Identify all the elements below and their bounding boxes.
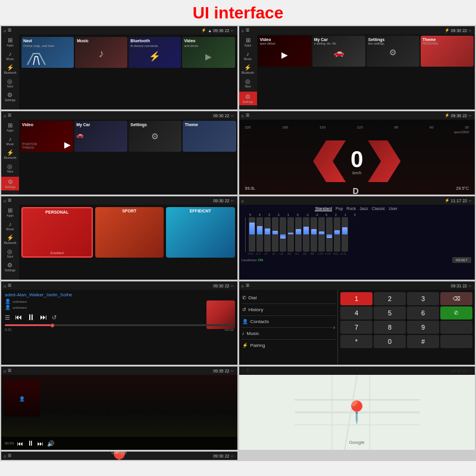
back-icon-3[interactable]: ←	[231, 114, 235, 118]
eq-bar-12[interactable]	[334, 217, 340, 252]
key-6[interactable]: 6	[407, 306, 439, 320]
settings-tile[interactable]: Settings tion settings. ⚙	[367, 36, 419, 67]
sidebar-music[interactable]: ♪ Music	[6, 51, 14, 61]
prev-btn[interactable]: ⏮	[15, 313, 22, 321]
sidebar2-settings[interactable]: ⚙ Settings	[239, 92, 257, 105]
sidebar-bt[interactable]: ⚡ Bluetooth	[4, 64, 16, 74]
eq-bar-3[interactable]	[264, 217, 271, 252]
preset-pop[interactable]: Pop	[336, 206, 343, 211]
settings2-tile[interactable]: Settings ⚙	[129, 121, 181, 152]
sidebar2-bt[interactable]: ⚡ Bluetooth	[242, 64, 254, 74]
mycar-tile[interactable]: My Car e setting, etc. Re 🚗	[312, 36, 365, 67]
phone-music-item[interactable]: ♪ Music	[241, 328, 336, 340]
video-pause-btn[interactable]: ⏸	[27, 439, 34, 447]
video-tile[interactable]: Video and drivin ▶	[182, 37, 234, 68]
sidebar2-apps[interactable]: ⊞ Apps	[245, 37, 251, 47]
home-sp[interactable]: ⌂	[242, 114, 244, 118]
back-theme[interactable]: ←	[231, 199, 235, 203]
theme2-tile[interactable]: Theme	[183, 121, 236, 152]
preset-classic[interactable]: Classic	[372, 206, 386, 211]
eq-bar-6[interactable]	[287, 217, 294, 252]
mycar2-tile[interactable]: My Car 🚗	[74, 121, 127, 152]
pause-btn[interactable]: ⏸	[27, 312, 35, 322]
video-next-btn[interactable]: ⏭	[37, 440, 43, 447]
back-maps[interactable]: ←	[468, 369, 472, 373]
preset-rock[interactable]: Rock	[346, 206, 356, 211]
home-icon-3[interactable]: ⌂	[4, 114, 6, 118]
back-icon-1[interactable]: ←	[231, 29, 235, 33]
sidebar3-apps[interactable]: ⊞Apps	[7, 122, 13, 132]
efficient-theme[interactable]: EFFIEICNT	[166, 207, 235, 258]
next-btn[interactable]: ⏭	[40, 313, 47, 321]
back-phone[interactable]: ←	[468, 284, 472, 288]
home-phone[interactable]: ⌂	[242, 284, 244, 288]
sidebar3-music[interactable]: ♪Music	[6, 136, 14, 146]
video-car-tile[interactable]: Video open defaul ▶	[258, 36, 311, 67]
video-prev-btn[interactable]: ⏮	[17, 440, 23, 447]
video2-tile[interactable]: Video ▶ PHANTOMTHREAD	[20, 121, 73, 152]
sidebar-theme-settings[interactable]: ⚙Settings	[5, 262, 15, 272]
home-maps-dark[interactable]: ⌂	[4, 454, 6, 458]
eq-bar-5[interactable]	[280, 217, 286, 252]
key-hash[interactable]: #	[407, 335, 439, 348]
sidebar-theme-bt[interactable]: ⚡Bluetooth	[4, 234, 16, 245]
pairing-menu-item[interactable]: ⚡ Pairing	[241, 340, 336, 351]
key-5[interactable]: 5	[374, 306, 406, 320]
history-menu-item[interactable]: ↺ History	[241, 304, 336, 316]
eq-bar-9[interactable]	[311, 217, 317, 252]
navi-tile[interactable]: Navi Online map, real time	[21, 37, 74, 68]
sidebar-apps[interactable]: ⊞ Apps	[7, 37, 13, 47]
sidebar-theme-navi[interactable]: ◎Navi	[7, 248, 13, 258]
dial-menu-item[interactable]: ✆ Dial	[241, 292, 336, 304]
contacts-menu-item[interactable]: 👤 Contacts	[241, 316, 336, 328]
back-sp[interactable]: ←	[468, 114, 472, 118]
key-8[interactable]: 8	[374, 321, 406, 334]
sidebar2-music[interactable]: ♪ Music	[244, 51, 252, 61]
eq-bar-11[interactable]	[326, 217, 333, 252]
back-eq[interactable]: ←	[468, 199, 472, 203]
sidebar3-navi[interactable]: ◎Navi	[7, 163, 13, 173]
key-backspace[interactable]: ⌫	[440, 292, 472, 305]
eq-bar-1[interactable]	[249, 217, 255, 252]
home-maps[interactable]: ⌂	[242, 369, 244, 373]
home-theme[interactable]: ⌂	[4, 199, 6, 203]
eq-bar-4[interactable]	[272, 217, 278, 252]
sidebar-theme-music[interactable]: ♪Music	[6, 221, 14, 231]
eq-bar-8[interactable]	[303, 217, 309, 252]
key-7[interactable]: 7	[340, 321, 372, 334]
back-vid[interactable]: ←	[231, 369, 235, 373]
key-0[interactable]: 0	[374, 335, 406, 348]
home-music[interactable]: ⌂	[4, 284, 6, 288]
music-tile[interactable]: Music ♪	[75, 37, 127, 68]
home-icon-2[interactable]: ⌂	[242, 29, 244, 33]
home-eq[interactable]: ⌂	[242, 199, 244, 203]
reset-button[interactable]: RESET	[452, 257, 471, 263]
preset-standard[interactable]: Standard	[315, 206, 331, 211]
personal-theme[interactable]: PERSONAL Enabled	[21, 207, 93, 258]
eq-bar-2[interactable]	[256, 217, 263, 252]
bt-tile[interactable]: Bluetooth th device connecte. ⚡	[129, 37, 181, 68]
eq-bar-7[interactable]	[295, 217, 302, 252]
menu-icon-3[interactable]: ☰	[8, 113, 11, 118]
key-4[interactable]: 4	[340, 306, 372, 320]
home-vid[interactable]: ⌂	[4, 369, 6, 373]
video-volume-icon[interactable]: 🔊	[47, 440, 54, 447]
key-3[interactable]: 3	[407, 292, 439, 305]
menu-icon[interactable]: ☰	[8, 28, 11, 33]
back-music[interactable]: ←	[231, 284, 235, 288]
back-icon-2[interactable]: ←	[468, 29, 472, 33]
key-9[interactable]: 9	[407, 321, 439, 334]
phone-chevron[interactable]: ›	[333, 324, 335, 331]
theme-tile[interactable]: Theme PERSONAL	[421, 36, 474, 67]
sidebar3-bt[interactable]: ⚡Bluetooth	[4, 149, 16, 159]
sidebar2-navi[interactable]: ◎ Navi	[245, 78, 250, 88]
sport-theme[interactable]: SPORT	[95, 207, 164, 258]
sidebar3-settings[interactable]: ⚙Settings	[1, 177, 19, 190]
key-2[interactable]: 2	[374, 292, 406, 305]
home-icon[interactable]: ⌂	[4, 29, 6, 33]
eq-bar-10[interactable]	[318, 217, 325, 252]
key-star[interactable]: *	[340, 335, 372, 348]
eq-bar-13[interactable]	[342, 217, 348, 252]
menu-icon-2[interactable]: ☰	[246, 28, 249, 33]
repeat-btn[interactable]: ↺	[52, 314, 57, 321]
